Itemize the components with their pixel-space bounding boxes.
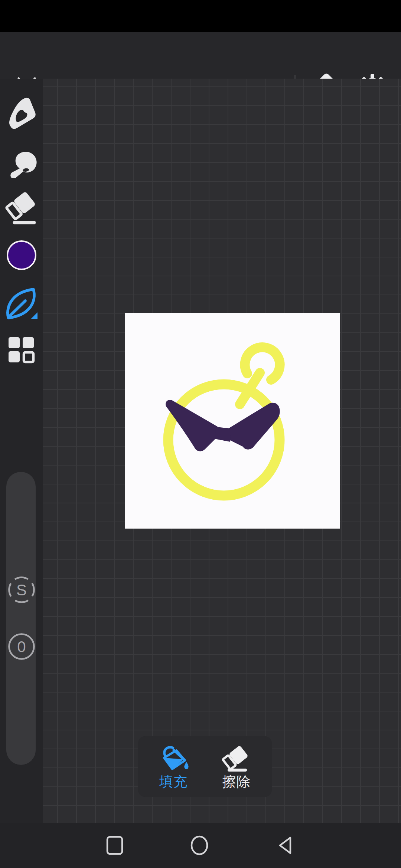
recents-button[interactable]	[98, 823, 131, 868]
pen-nib-icon	[4, 93, 39, 131]
smudge-finger-icon	[4, 141, 39, 178]
value-label: 0	[17, 638, 26, 655]
pattern-grid-tool-button[interactable]	[7, 336, 36, 364]
value-button[interactable]: 0	[7, 632, 36, 661]
drawing-app-screen: S 0	[0, 0, 401, 868]
paint-bucket-icon	[157, 744, 190, 774]
erase-mode-button[interactable]: 擦除	[209, 744, 264, 789]
stabilizer-label: S	[16, 581, 27, 599]
workspace: S 0	[0, 79, 401, 823]
home-circle-icon	[190, 835, 209, 856]
back-triangle-icon	[276, 835, 294, 856]
fill-erase-panel: 填充 擦除	[138, 736, 272, 797]
fill-label: 填充	[159, 775, 188, 789]
eraser-icon	[4, 188, 39, 226]
canvas-artwork	[125, 313, 340, 529]
back-button[interactable]	[269, 823, 301, 868]
tool-options-corner-icon	[31, 312, 38, 319]
eraser-tool-button[interactable]	[4, 188, 39, 226]
stabilizer-button[interactable]: S	[7, 575, 36, 605]
pen-tool-button[interactable]	[4, 93, 39, 131]
smudge-tool-button[interactable]	[4, 141, 39, 178]
recents-square-icon	[106, 835, 124, 855]
tool-sidebar: S 0	[0, 79, 43, 823]
status-bar	[0, 0, 401, 32]
grid-squares-icon	[7, 336, 36, 364]
size-slider-track[interactable]	[6, 472, 36, 765]
color-swatch[interactable]	[7, 240, 36, 270]
erase-label: 擦除	[222, 775, 251, 789]
android-nav-bar	[0, 823, 401, 868]
artwork-bowtie	[166, 400, 280, 451]
top-toolbar	[0, 32, 401, 79]
home-button[interactable]	[183, 823, 216, 868]
fill-mode-button[interactable]: 填充	[146, 744, 201, 789]
eraser-mode-icon	[222, 744, 251, 774]
drawing-canvas[interactable]	[125, 313, 340, 529]
